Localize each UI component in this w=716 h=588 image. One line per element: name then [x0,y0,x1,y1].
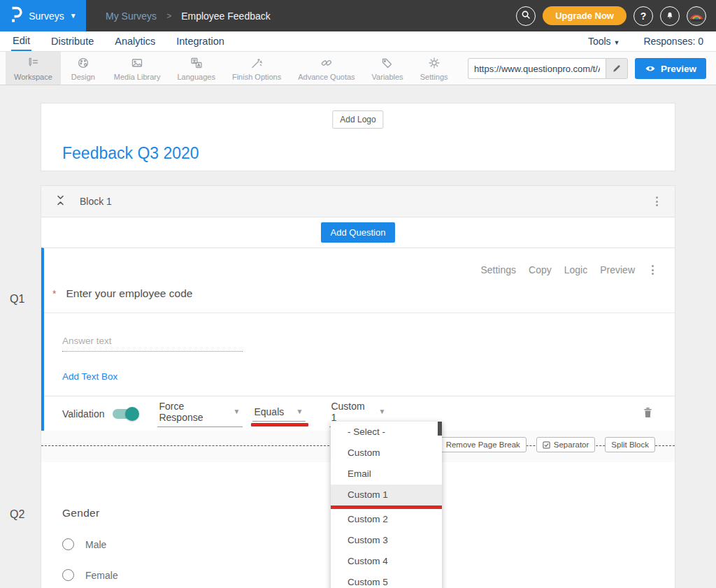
questionpro-logo-icon [9,6,23,25]
question-mark-icon: ? [640,10,647,22]
survey-url-input[interactable] [468,58,606,79]
dropdown-item-custom2[interactable]: Custom 2 [331,509,442,530]
collapse-block-icon[interactable] [55,194,66,209]
required-asterisk: * [52,288,56,299]
search-button[interactable] [516,6,536,26]
dropdown-item-custom[interactable]: Custom [331,443,442,464]
toolbar-item-finish-options[interactable]: Finish Options [224,52,289,85]
question-preview-link[interactable]: Preview [600,264,635,275]
dropdown-item-custom3[interactable]: Custom 3 [331,530,442,551]
editor-toolbar: Workspace Design Media Library Languages… [0,52,716,85]
media-library-icon [130,56,144,71]
upgrade-now-button[interactable]: Upgrade Now [543,6,626,25]
edit-url-button[interactable] [606,64,627,73]
question-text[interactable]: Enter your employee code [66,287,192,300]
pencil-icon [612,64,622,73]
survey-section-tabs: Edit Distribute Analytics Integration To… [0,31,716,52]
dropdown-item-custom5[interactable]: Custom 5 [331,572,442,588]
operator-dropdown[interactable]: Equals▼ [252,406,306,422]
dropdown-item-email[interactable]: Email [331,464,442,485]
dropdown-item-custom1[interactable]: Custom 1 [331,485,442,505]
chevron-down-icon: ▼ [234,408,241,415]
question-menu-kebab-icon[interactable] [649,262,657,278]
add-question-row: Add Question [41,217,675,248]
chevron-down-icon: ▼ [296,408,303,415]
toolbar-item-media-library[interactable]: Media Library [106,52,169,85]
breadcrumb-current-survey: Employee Feedback [181,10,271,22]
survey-editor-screen: Surveys ▼ My Surveys > Employee Feedback… [0,0,716,588]
top-navbar: Surveys ▼ My Surveys > Employee Feedback… [0,0,716,31]
tab-distribute[interactable]: Distribute [50,33,95,50]
toolbar-item-design[interactable]: Design [61,52,106,85]
block-title: Block 1 [80,196,112,207]
block-menu-kebab-icon[interactable] [653,194,661,209]
remove-page-break-button[interactable]: Remove Page Break [429,437,527,452]
survey-header-card: Add Logo Feedback Q3 2020 [41,103,675,171]
add-text-box-link[interactable]: Add Text Box [62,371,117,382]
toolbar-item-settings[interactable]: Settings [412,52,457,85]
add-logo-button[interactable]: Add Logo [332,110,383,129]
radio-label: Male [85,539,106,550]
validation-type-dropdown-menu: - Select - Custom Email Custom 1 Custom … [331,422,442,588]
question-title-row: * Enter your employee code [44,248,675,313]
chevron-down-icon: ▼ [613,39,620,46]
question-number-q2: Q2 [10,508,24,521]
workspace-icon [26,56,40,71]
breadcrumb-my-surveys[interactable]: My Surveys [106,10,157,22]
preview-button[interactable]: Preview [635,58,706,79]
block-header: Block 1 [41,186,675,217]
toolbar-item-workspace[interactable]: Workspace [6,52,61,85]
advance-quotas-icon [320,56,334,71]
radio-button[interactable] [62,538,74,550]
dropdown-item-select[interactable]: - Select - [331,422,442,443]
design-icon [76,56,90,71]
survey-url-group: Preview [468,58,706,79]
variables-icon [380,56,394,71]
dropdown-scrollbar[interactable] [438,422,442,436]
split-block-button[interactable]: Split Block [605,437,655,452]
notifications-button[interactable] [660,6,680,26]
separator-button[interactable]: Separator [536,437,596,452]
dropdown-item-custom4[interactable]: Custom 4 [331,551,442,572]
help-button[interactable]: ? [633,6,653,26]
settings-icon [427,56,441,71]
chevron-down-icon: ▼ [70,12,77,20]
radio-label: Female [85,570,118,581]
tabrow-right: Tools ▼ Responses: 0 [588,36,705,47]
add-question-button[interactable]: Add Question [321,222,396,243]
finish-options-icon [250,56,264,71]
trash-icon [642,406,654,419]
toolbar-item-variables[interactable]: Variables [364,52,412,85]
tools-menu[interactable]: Tools ▼ [588,36,620,47]
radio-button[interactable] [62,569,74,581]
search-icon [520,9,531,22]
checkbox-checked-icon [543,441,550,449]
toolbar-item-advance-quotas[interactable]: Advance Quotas [289,52,363,85]
toolbar-item-languages[interactable]: Languages [169,52,223,85]
force-response-dropdown[interactable]: Force Response▼ [157,401,243,427]
chevron-down-icon: ▼ [379,408,386,415]
breadcrumb-separator: > [166,11,171,21]
question-logic-link[interactable]: Logic [564,264,587,275]
answer-text-field[interactable]: Answer text [62,336,243,352]
topbar-actions: Upgrade Now ? [516,0,716,31]
tab-analytics[interactable]: Analytics [113,33,157,50]
breadcrumb: My Surveys > Employee Feedback [86,0,271,31]
question-actions: Settings Copy Logic Preview [480,262,657,278]
survey-title[interactable]: Feedback Q3 2020 [62,144,199,163]
question-copy-link[interactable]: Copy [529,264,552,275]
question-number-q1: Q1 [10,293,24,306]
validation-toggle[interactable] [113,409,138,419]
surveys-product-menu[interactable]: Surveys ▼ [0,0,86,31]
question-settings-link[interactable]: Settings [480,264,516,275]
question-card-q1: Settings Copy Logic Preview * Enter your… [41,248,675,431]
tab-edit[interactable]: Edit [11,32,31,51]
page-break-buttons: Remove Page Break Separator Split Block [429,437,655,452]
responses-count: Responses: 0 [643,36,705,47]
tab-integration[interactable]: Integration [175,33,226,50]
product-label: Surveys [29,10,64,22]
eye-icon [645,64,656,73]
avatar-rainbow-icon [688,8,705,24]
delete-question-button[interactable] [642,406,654,422]
user-avatar[interactable] [687,6,706,26]
